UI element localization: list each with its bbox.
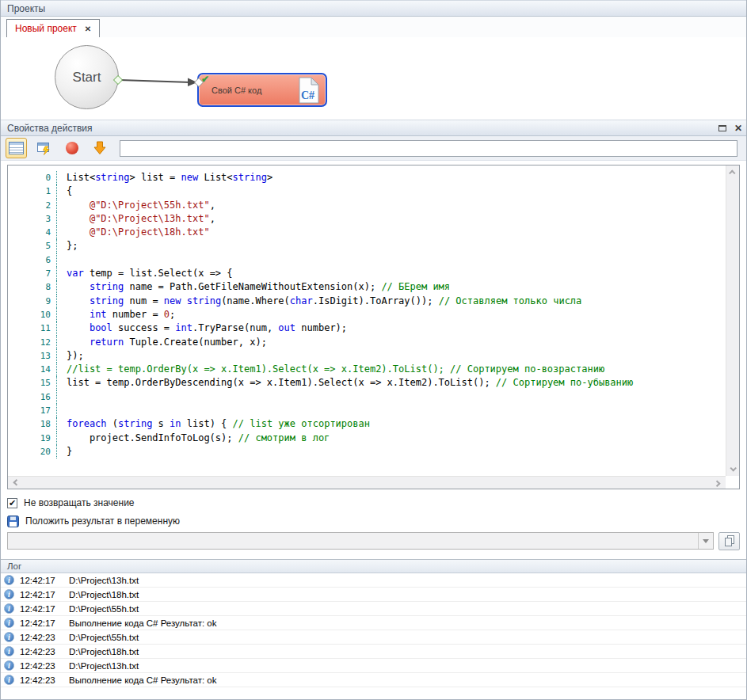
code-text: return Tuple.Create(number, x); [57, 336, 267, 349]
log-entry[interactable]: i12:42:23Выполнение кода C# Результат: o… [1, 673, 746, 687]
code-line[interactable]: 4 @"D:\Project\18h.txt" [8, 226, 726, 239]
tab-close-icon[interactable]: ✕ [85, 25, 91, 33]
code-line[interactable]: 3 @"D:\Project\13h.txt", [8, 212, 726, 226]
log-message: D:\Project\18h.txt [69, 590, 139, 599]
log-time: 12:42:17 [20, 618, 58, 628]
quick-code-button[interactable] [33, 138, 55, 158]
tab-label: Новый проект [15, 23, 77, 34]
action-block-csharp[interactable]: ✔ Свой C# код C# [197, 73, 327, 107]
copy-button[interactable] [718, 532, 740, 550]
code-text: }); [57, 349, 84, 363]
maximize-icon [718, 125, 726, 131]
no-return-checkbox[interactable]: ✔ [7, 498, 17, 508]
code-line[interactable]: 9 string num = new string(name.Where(cha… [8, 295, 726, 308]
scroll-up-icon[interactable] [729, 169, 735, 176]
log-panel-title: Лог [7, 561, 21, 571]
put-result-option: Положить результат в переменную [7, 515, 746, 527]
log-message: D:\Project\13h.txt [69, 576, 139, 585]
info-icon: i [4, 618, 14, 628]
line-number: 8 [8, 280, 57, 294]
variable-combobox[interactable] [7, 532, 714, 550]
breakpoint-button[interactable] [61, 138, 82, 158]
code-line[interactable]: 8 string name = Path.GetFileNameWithoutE… [8, 280, 726, 294]
log-entry[interactable]: i12:42:23D:\Project\18h.txt [1, 645, 746, 659]
code-line[interactable]: 5}; [8, 239, 726, 253]
line-number: 10 [8, 308, 57, 321]
log-time: 12:42:23 [20, 647, 58, 656]
code-line[interactable]: 11 bool success = int.TryParse(num, out … [8, 321, 726, 335]
log-message: D:\Project\13h.txt [69, 661, 139, 671]
code-editor[interactable]: 0List<string> list = new List<string>1{2… [7, 165, 740, 489]
code-line[interactable]: 2 @"D:\Project\55h.txt", [8, 199, 726, 212]
code-text: } [57, 445, 72, 458]
code-text [57, 390, 67, 404]
tab-new-project[interactable]: Новый проект ✕ [6, 19, 100, 37]
window-lightning-icon [37, 142, 51, 155]
log-time: 12:42:23 [20, 633, 58, 642]
vertical-scrollbar[interactable] [726, 165, 739, 476]
scroll-down-icon[interactable] [730, 465, 736, 471]
code-text: bool success = int.TryParse(num, out num… [57, 321, 347, 335]
code-line[interactable]: 1{ [8, 185, 726, 198]
code-text: var temp = list.Select(x => { [57, 267, 233, 280]
table-view-button[interactable] [6, 138, 27, 158]
code-line[interactable]: 10 int number = 0; [8, 308, 726, 321]
line-number: 9 [8, 295, 57, 308]
arrowhead-icon [188, 78, 197, 87]
code-line[interactable]: 15list = temp.OrderByDescending(x => x.I… [8, 376, 726, 390]
code-editor-lines[interactable]: 0List<string> list = new List<string>1{2… [8, 165, 726, 476]
csharp-file-icon: C# [299, 77, 319, 104]
line-number: 20 [8, 445, 57, 458]
code-line[interactable]: 12 return Tuple.Create(number, x); [8, 336, 726, 349]
code-text: string num = new string(name.Where(char.… [57, 295, 581, 308]
code-line[interactable]: 0List<string> list = new List<string> [8, 171, 726, 185]
flow-canvas[interactable]: Start ✔ Свой C# код C# [1, 37, 746, 120]
code-line[interactable]: 14//list = temp.OrderBy(x => x.Item1).Se… [8, 363, 726, 376]
code-line[interactable]: 17 [8, 404, 726, 417]
code-line[interactable]: 20} [8, 445, 726, 458]
log-message: Выполнение кода C# Результат: ok [69, 675, 216, 685]
code-text [57, 404, 67, 417]
code-line[interactable]: 13}); [8, 349, 726, 363]
variable-field[interactable] [8, 533, 698, 549]
scroll-left-icon[interactable] [13, 479, 19, 485]
action-block-label: Свой C# код [212, 86, 261, 95]
horizontal-scrollbar[interactable] [8, 476, 726, 489]
log-time: 12:42:23 [20, 661, 58, 671]
log-entry[interactable]: i12:42:17Выполнение кода C# Результат: o… [1, 616, 746, 630]
code-text: }; [57, 239, 78, 253]
scroll-right-icon[interactable] [714, 480, 720, 486]
line-number: 17 [8, 404, 57, 417]
log-time: 12:42:17 [20, 576, 58, 585]
code-line[interactable]: 19 project.SendInfoToLog(s); // смотрим … [8, 432, 726, 445]
close-button[interactable]: ✕ [730, 122, 746, 135]
log-entry[interactable]: i12:42:17D:\Project\18h.txt [1, 588, 746, 602]
properties-toolbar [1, 136, 746, 161]
code-line[interactable]: 18foreach (string s in list) { // list у… [8, 417, 726, 431]
log-entry[interactable]: i12:42:17D:\Project\13h.txt [1, 573, 746, 588]
maximize-button[interactable] [715, 122, 730, 135]
properties-panel-title: Свойства действия [7, 123, 715, 134]
code-text: int number = 0; [57, 308, 175, 321]
code-text: @"D:\Project\18h.txt" [57, 226, 210, 239]
log-time: 12:42:17 [20, 604, 58, 614]
projects-panel-header: Проекты [1, 0, 746, 17]
dropdown-button[interactable] [698, 533, 713, 549]
line-number: 18 [8, 417, 57, 431]
log-panel-header: Лог [1, 560, 746, 573]
line-number: 6 [8, 253, 57, 267]
line-number: 3 [8, 212, 57, 226]
line-number: 15 [8, 376, 57, 390]
log-entry[interactable]: i12:42:17D:\Project\55h.txt [1, 602, 746, 616]
log-message: D:\Project\55h.txt [69, 604, 139, 614]
log-entry[interactable]: i12:42:23D:\Project\13h.txt [1, 659, 746, 673]
code-line[interactable]: 6 [8, 253, 726, 267]
code-line[interactable]: 16 [8, 390, 726, 404]
log-entry[interactable]: i12:42:23D:\Project\55h.txt [1, 630, 746, 645]
step-button[interactable] [89, 138, 110, 158]
log-message: Выполнение кода C# Результат: ok [69, 618, 216, 628]
properties-panel-header: Свойства действия ✕ [1, 120, 746, 136]
start-node[interactable]: Start [55, 45, 119, 109]
code-line[interactable]: 7var temp = list.Select(x => { [8, 267, 726, 280]
search-input[interactable] [120, 140, 737, 157]
